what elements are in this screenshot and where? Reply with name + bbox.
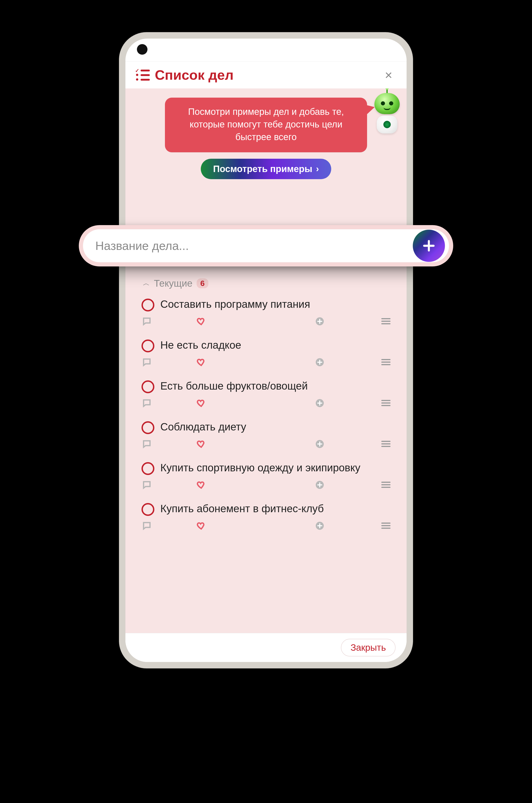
new-task-input-wrap bbox=[83, 229, 449, 262]
add-task-button[interactable] bbox=[413, 230, 445, 262]
task-checkbox[interactable] bbox=[141, 340, 154, 352]
task-actions bbox=[141, 398, 391, 408]
footer: Закрыть bbox=[126, 633, 406, 662]
task-item: Соблюдать диету bbox=[141, 418, 391, 458]
plus-circle-icon[interactable] bbox=[265, 521, 375, 531]
phone-frame: Список дел × Посмотри примеры дел и доба… bbox=[119, 32, 413, 668]
see-examples-button[interactable]: Посмотреть примеры › bbox=[201, 159, 331, 179]
plus-circle-icon[interactable] bbox=[265, 317, 375, 326]
plus-circle-icon[interactable] bbox=[265, 480, 375, 490]
heart-icon[interactable] bbox=[147, 358, 256, 367]
drag-handle-icon[interactable] bbox=[375, 358, 391, 367]
screen: Список дел × Посмотри примеры дел и доба… bbox=[126, 39, 406, 662]
task-actions bbox=[141, 358, 391, 367]
new-task-pill bbox=[79, 225, 453, 266]
close-button[interactable]: Закрыть bbox=[341, 639, 396, 656]
section-current-header[interactable]: ︿ Текущие 6 bbox=[141, 278, 391, 289]
chevron-right-icon: › bbox=[316, 164, 319, 174]
drag-handle-icon[interactable] bbox=[375, 399, 391, 407]
task-checkbox[interactable] bbox=[141, 299, 154, 311]
robot-mascot-icon bbox=[370, 93, 404, 137]
task-item: Купить спортивную одежду и экипировку bbox=[141, 458, 391, 499]
heart-icon[interactable] bbox=[147, 521, 256, 531]
task-item: Есть больше фруктов/овощей bbox=[141, 377, 391, 418]
list-icon bbox=[136, 68, 150, 82]
page-title: Список дел bbox=[155, 67, 234, 83]
task-item: Купить абонемент в фитнес-клуб bbox=[141, 499, 391, 540]
heart-icon[interactable] bbox=[147, 480, 256, 490]
task-title[interactable]: Не есть сладкое bbox=[160, 339, 241, 352]
task-checkbox[interactable] bbox=[141, 462, 154, 475]
status-bar bbox=[126, 39, 406, 61]
body: Посмотри примеры дел и добавь те, которы… bbox=[126, 89, 406, 633]
advice-bubble: Посмотри примеры дел и добавь те, которы… bbox=[165, 98, 367, 152]
drag-handle-icon[interactable] bbox=[375, 521, 391, 530]
drag-handle-icon[interactable] bbox=[375, 480, 391, 489]
drag-handle-icon[interactable] bbox=[375, 317, 391, 326]
section-count-badge: 6 bbox=[197, 279, 208, 288]
chevron-up-icon: ︿ bbox=[143, 279, 150, 288]
task-actions bbox=[141, 317, 391, 326]
task-item: Не есть сладкое bbox=[141, 336, 391, 377]
advice-text: Посмотри примеры дел и добавь те, которы… bbox=[188, 107, 344, 142]
task-checkbox[interactable] bbox=[141, 421, 154, 434]
task-item: Составить программу питания bbox=[141, 295, 391, 336]
close-button-label: Закрыть bbox=[350, 643, 386, 653]
plus-circle-icon[interactable] bbox=[265, 439, 375, 449]
heart-icon[interactable] bbox=[147, 439, 256, 449]
header-left: Список дел bbox=[136, 67, 234, 83]
plus-circle-icon[interactable] bbox=[265, 398, 375, 408]
advice-block: Посмотри примеры дел и добавь те, которы… bbox=[126, 89, 406, 179]
see-examples-label: Посмотреть примеры bbox=[213, 164, 312, 174]
task-title[interactable]: Есть больше фруктов/овощей bbox=[160, 380, 308, 393]
task-checkbox[interactable] bbox=[141, 380, 154, 393]
section-label: Текущие bbox=[154, 278, 192, 289]
heart-icon[interactable] bbox=[147, 398, 256, 408]
close-icon[interactable]: × bbox=[385, 69, 392, 81]
task-actions bbox=[141, 480, 391, 490]
plus-icon bbox=[422, 238, 436, 253]
drag-handle-icon[interactable] bbox=[375, 439, 391, 448]
task-title[interactable]: Составить программу питания bbox=[160, 298, 310, 311]
task-actions bbox=[141, 521, 391, 531]
heart-icon[interactable] bbox=[147, 317, 256, 326]
task-checkbox[interactable] bbox=[141, 503, 154, 516]
plus-circle-icon[interactable] bbox=[265, 358, 375, 367]
new-task-input[interactable] bbox=[95, 239, 413, 253]
tasks-container: ︿ Текущие 6 Составить программу питанияН… bbox=[126, 278, 406, 633]
camera-dot bbox=[137, 44, 148, 55]
task-title[interactable]: Купить абонемент в фитнес-клуб bbox=[160, 502, 324, 515]
task-title[interactable]: Соблюдать диету bbox=[160, 420, 246, 434]
task-title[interactable]: Купить спортивную одежду и экипировку bbox=[160, 461, 360, 475]
header: Список дел × bbox=[126, 61, 406, 89]
tasks-list: Составить программу питанияНе есть сладк… bbox=[141, 295, 391, 540]
task-actions bbox=[141, 439, 391, 449]
